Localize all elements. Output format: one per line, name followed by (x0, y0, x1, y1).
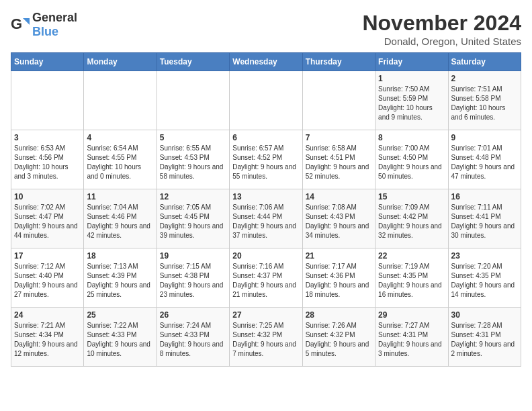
day-detail: Sunrise: 7:01 AM Sunset: 4:48 PM Dayligh… (451, 144, 518, 181)
day-detail: Sunrise: 6:57 AM Sunset: 4:52 PM Dayligh… (232, 144, 299, 181)
day-of-week-header: Sunday (11, 53, 84, 71)
calendar-cell: 19Sunrise: 7:15 AM Sunset: 4:38 PM Dayli… (157, 248, 229, 308)
day-detail: Sunrise: 7:22 AM Sunset: 4:33 PM Dayligh… (87, 321, 153, 359)
calendar-cell: 6Sunrise: 6:57 AM Sunset: 4:52 PM Daylig… (230, 130, 302, 189)
day-detail: Sunrise: 7:02 AM Sunset: 4:47 PM Dayligh… (14, 203, 81, 240)
day-number: 16 (451, 192, 518, 201)
day-number: 22 (378, 251, 445, 261)
day-of-week-header: Monday (84, 53, 157, 71)
day-number: 19 (160, 251, 226, 261)
day-number: 12 (160, 192, 226, 201)
day-number: 24 (14, 310, 81, 320)
day-number: 3 (14, 133, 81, 142)
day-detail: Sunrise: 7:26 AM Sunset: 4:32 PM Dayligh… (306, 321, 372, 359)
day-detail: Sunrise: 7:21 AM Sunset: 4:34 PM Dayligh… (14, 321, 81, 359)
header: G General Blue November 2024 Donald, Ore… (11, 11, 521, 47)
calendar-cell: 3Sunrise: 6:53 AM Sunset: 4:56 PM Daylig… (11, 130, 84, 189)
calendar-cell: 7Sunrise: 6:58 AM Sunset: 4:51 PM Daylig… (302, 130, 375, 189)
calendar-cell: 4Sunrise: 6:54 AM Sunset: 4:55 PM Daylig… (84, 130, 157, 189)
svg-marker-1 (23, 18, 30, 25)
svg-text:G: G (11, 15, 22, 32)
calendar-cell: 16Sunrise: 7:11 AM Sunset: 4:41 PM Dayli… (448, 189, 521, 248)
day-number: 13 (232, 192, 299, 201)
day-number: 9 (451, 133, 518, 142)
calendar-cell: 15Sunrise: 7:09 AM Sunset: 4:42 PM Dayli… (375, 189, 448, 248)
day-number: 29 (378, 310, 445, 320)
calendar-cell: 9Sunrise: 7:01 AM Sunset: 4:48 PM Daylig… (448, 130, 521, 189)
logo-icon: G (11, 15, 30, 34)
day-detail: Sunrise: 7:19 AM Sunset: 4:35 PM Dayligh… (378, 262, 445, 300)
calendar-cell (11, 71, 84, 130)
day-number: 30 (451, 310, 518, 320)
calendar-cell: 12Sunrise: 7:05 AM Sunset: 4:45 PM Dayli… (157, 189, 229, 248)
day-number: 21 (306, 251, 372, 261)
calendar-cell (157, 71, 229, 130)
day-detail: Sunrise: 7:24 AM Sunset: 4:33 PM Dayligh… (160, 321, 226, 359)
day-number: 11 (87, 192, 153, 201)
day-detail: Sunrise: 7:09 AM Sunset: 4:42 PM Dayligh… (378, 203, 445, 240)
month-title: November 2024 (362, 11, 521, 36)
day-number: 15 (378, 192, 445, 201)
calendar-cell: 2Sunrise: 7:51 AM Sunset: 5:58 PM Daylig… (448, 71, 521, 130)
day-number: 10 (14, 192, 81, 201)
calendar-cell: 26Sunrise: 7:24 AM Sunset: 4:33 PM Dayli… (157, 308, 229, 367)
logo-general-text: General (32, 11, 77, 24)
day-of-week-header: Tuesday (157, 53, 229, 71)
location-title: Donald, Oregon, United States (362, 36, 521, 47)
day-number: 27 (232, 310, 299, 320)
calendar-cell: 8Sunrise: 7:00 AM Sunset: 4:50 PM Daylig… (375, 130, 448, 189)
day-of-week-header: Wednesday (230, 53, 302, 71)
calendar-cell: 27Sunrise: 7:25 AM Sunset: 4:32 PM Dayli… (230, 308, 302, 367)
calendar-cell: 25Sunrise: 7:22 AM Sunset: 4:33 PM Dayli… (84, 308, 157, 367)
calendar-week-row: 24Sunrise: 7:21 AM Sunset: 4:34 PM Dayli… (11, 308, 521, 367)
calendar-cell: 17Sunrise: 7:12 AM Sunset: 4:40 PM Dayli… (11, 248, 84, 308)
calendar-cell (84, 71, 157, 130)
calendar-cell: 21Sunrise: 7:17 AM Sunset: 4:36 PM Dayli… (302, 248, 375, 308)
calendar-week-row: 17Sunrise: 7:12 AM Sunset: 4:40 PM Dayli… (11, 248, 521, 308)
day-of-week-header: Friday (375, 53, 448, 71)
calendar-cell (230, 71, 302, 130)
day-number: 18 (87, 251, 153, 261)
day-detail: Sunrise: 7:05 AM Sunset: 4:45 PM Dayligh… (160, 203, 226, 240)
day-detail: Sunrise: 7:06 AM Sunset: 4:44 PM Dayligh… (232, 203, 299, 240)
day-of-week-header: Saturday (448, 53, 521, 71)
day-detail: Sunrise: 7:16 AM Sunset: 4:37 PM Dayligh… (232, 262, 299, 300)
calendar-cell: 1Sunrise: 7:50 AM Sunset: 5:59 PM Daylig… (375, 71, 448, 130)
day-detail: Sunrise: 7:25 AM Sunset: 4:32 PM Dayligh… (232, 321, 299, 359)
calendar-table: SundayMondayTuesdayWednesdayThursdayFrid… (11, 52, 521, 367)
day-number: 26 (160, 310, 226, 320)
calendar-cell: 5Sunrise: 6:55 AM Sunset: 4:53 PM Daylig… (157, 130, 229, 189)
calendar-week-row: 10Sunrise: 7:02 AM Sunset: 4:47 PM Dayli… (11, 189, 521, 248)
day-number: 1 (378, 74, 445, 83)
calendar-cell: 14Sunrise: 7:08 AM Sunset: 4:43 PM Dayli… (302, 189, 375, 248)
calendar-cell: 28Sunrise: 7:26 AM Sunset: 4:32 PM Dayli… (302, 308, 375, 367)
day-detail: Sunrise: 7:04 AM Sunset: 4:46 PM Dayligh… (87, 203, 153, 240)
day-number: 4 (87, 133, 153, 142)
day-detail: Sunrise: 7:51 AM Sunset: 5:58 PM Dayligh… (451, 85, 518, 122)
day-number: 17 (14, 251, 81, 261)
day-number: 14 (306, 192, 372, 201)
title-area: November 2024 Donald, Oregon, United Sta… (362, 11, 521, 47)
calendar-cell: 24Sunrise: 7:21 AM Sunset: 4:34 PM Dayli… (11, 308, 84, 367)
day-detail: Sunrise: 7:20 AM Sunset: 4:35 PM Dayligh… (451, 262, 518, 300)
day-detail: Sunrise: 7:17 AM Sunset: 4:36 PM Dayligh… (306, 262, 372, 300)
day-number: 2 (451, 74, 518, 83)
day-detail: Sunrise: 7:15 AM Sunset: 4:38 PM Dayligh… (160, 262, 226, 300)
day-detail: Sunrise: 7:27 AM Sunset: 4:31 PM Dayligh… (378, 321, 445, 359)
calendar-cell: 30Sunrise: 7:28 AM Sunset: 4:31 PM Dayli… (448, 308, 521, 367)
day-detail: Sunrise: 6:55 AM Sunset: 4:53 PM Dayligh… (160, 144, 226, 181)
calendar-cell: 18Sunrise: 7:13 AM Sunset: 4:39 PM Dayli… (84, 248, 157, 308)
day-number: 20 (232, 251, 299, 261)
day-number: 28 (306, 310, 372, 320)
day-of-week-header: Thursday (302, 53, 375, 71)
day-number: 7 (306, 133, 372, 142)
day-detail: Sunrise: 6:54 AM Sunset: 4:55 PM Dayligh… (87, 144, 153, 181)
logo-blue-text: Blue (32, 25, 58, 38)
day-detail: Sunrise: 7:00 AM Sunset: 4:50 PM Dayligh… (378, 144, 445, 181)
calendar-cell (302, 71, 375, 130)
day-detail: Sunrise: 7:13 AM Sunset: 4:39 PM Dayligh… (87, 262, 153, 300)
day-number: 8 (378, 133, 445, 142)
day-number: 6 (232, 133, 299, 142)
calendar-cell: 10Sunrise: 7:02 AM Sunset: 4:47 PM Dayli… (11, 189, 84, 248)
calendar-cell: 20Sunrise: 7:16 AM Sunset: 4:37 PM Dayli… (230, 248, 302, 308)
